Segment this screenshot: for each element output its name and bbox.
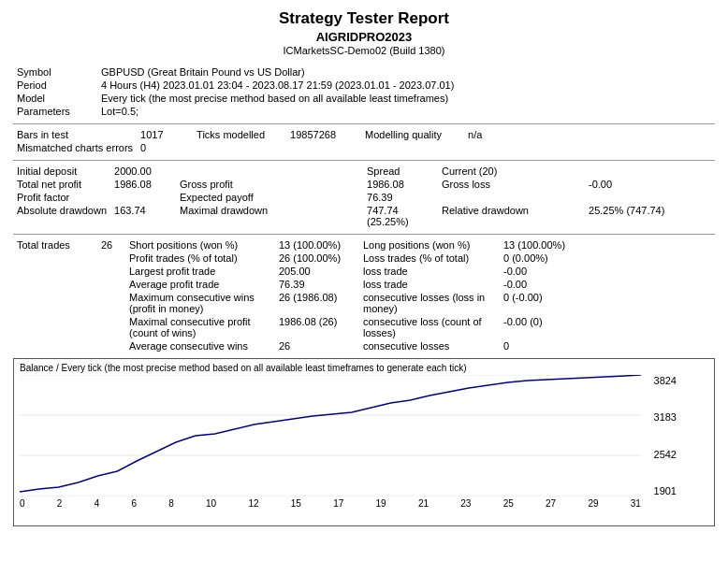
x-label-23: 23 [460,498,471,509]
rel-drawdown-label: Relative drawdown [438,204,585,228]
x-label-27: 27 [546,498,556,509]
chart-container: Balance / Every tick (the most precise m… [13,358,715,526]
x-axis: 0 2 4 6 8 10 12 15 17 19 21 23 25 27 29 … [20,496,641,509]
x-label-15: 15 [291,498,301,509]
max-drawdown-label: Maximal drawdown [176,204,363,228]
x-label-2: 2 [57,498,63,509]
report-build: ICMarketsSC-Demo02 (Build 1380) [13,45,715,56]
report-subtitle: AIGRIDPRO2023 [13,30,715,44]
largest-loss-value: -0.00 [500,265,715,278]
expected-payoff-label: Expected payoff [176,191,363,204]
modelling-value: n/a [464,128,715,141]
modelling-label: Modelling quality [361,128,464,141]
spread-value: Current (20) [438,165,585,178]
total-trades-value: 26 [97,238,125,252]
chart-title: Balance / Every tick (the most precise m… [20,363,677,373]
gross-profit-value: 1986.08 [363,178,438,191]
largest-loss-label: loss trade [359,265,500,278]
y-label-3183: 3183 [654,411,677,423]
y-label-2542: 2542 [654,449,677,460]
average-loss-value: -0.00 [500,278,715,291]
profit-factor-label: Profit factor [13,191,110,204]
largest-profit-value: 205.00 [275,265,359,278]
report-title: Strategy Tester Report [13,9,715,28]
max-consec-wins-label: Maximum consecutive wins (profit in mone… [125,291,275,315]
maximal-consec-profit-label: Maximal consecutive profit (count of win… [125,315,275,339]
x-label-25: 25 [503,498,514,509]
y-label-1901: 1901 [654,485,677,496]
x-label-17: 17 [333,498,343,509]
maximal-consec-profit-value: 1986.08 (26) [275,315,359,339]
x-label-4: 4 [95,498,100,509]
spread-label: Spread [363,165,438,178]
x-label-19: 19 [376,498,386,509]
gross-loss-label: Gross loss [438,178,585,191]
average-consec-losses-value: 0 [500,339,715,352]
x-label-8: 8 [168,498,174,509]
symbol-value: GBPUSD (Great Britain Pound vs US Dollar… [97,65,715,79]
period-value: 4 Hours (H4) 2023.01.01 23:04 - 2023.08.… [97,79,715,92]
divider-2 [13,160,715,161]
expected-payoff-value: 76.39 [363,191,438,204]
total-net-profit-label: Total net profit [13,178,110,191]
profit-trades-value: 26 (100.00%) [275,252,359,265]
max-consec-losses-value: 0 (-0.00) [500,291,715,315]
y-label-3824: 3824 [654,375,677,386]
period-label: Period [13,79,97,92]
y-axis: 3824 3183 2542 1901 [641,375,677,496]
profit-trades-label: Profit trades (% of total) [125,252,275,265]
maximal-consec-loss-label: consecutive loss (count of losses) [359,315,500,339]
model-label: Model [13,92,97,105]
trade-stats-table: Total trades 26 Short positions (won %) … [13,238,715,352]
x-label-10: 10 [206,498,216,509]
mismatched-value: 0 [137,141,193,154]
x-label-0: 0 [20,498,25,509]
average-profit-label: Average profit trade [125,278,275,291]
average-consec-wins-value: 26 [275,339,359,352]
ticks-label: Ticks modelled [193,128,286,141]
max-consec-wins-value: 26 (1986.08) [275,291,359,315]
abs-drawdown-label: Absolute drawdown [13,204,110,228]
long-label: Long positions (won %) [359,238,500,252]
average-consec-losses-label: consecutive losses [359,339,500,352]
x-label-6: 6 [131,498,137,509]
ticks-value: 19857268 [286,128,361,141]
abs-drawdown-value: 163.74 [110,204,176,228]
test-stats-table: Bars in test 1017 Ticks modelled 1985726… [13,128,715,154]
divider-3 [13,234,715,235]
loss-trades-label: Loss trades (% of total) [359,252,500,265]
mismatched-label: Mismatched charts errors [13,141,137,154]
x-label-31: 31 [631,498,641,509]
total-net-profit-value: 1986.08 [110,178,176,191]
gross-profit-label: Gross profit [176,178,363,191]
largest-profit-label: Largest profit trade [125,265,275,278]
x-label-12: 12 [248,498,258,509]
bars-value: 1017 [137,128,193,141]
maximal-consec-loss-value: -0.00 (0) [500,315,715,339]
model-value: Every tick (the most precise method base… [97,92,715,105]
x-label-21: 21 [418,498,429,509]
long-value: 13 (100.00%) [500,238,715,252]
short-label: Short positions (won %) [125,238,275,252]
total-trades-label: Total trades [13,238,97,252]
average-consec-wins-label: Average consecutive wins [125,339,275,352]
chart-svg [20,375,641,496]
x-label-29: 29 [588,498,598,509]
average-profit-value: 76.39 [275,278,359,291]
initial-deposit-label: Initial deposit [13,165,110,178]
loss-trades-value: 0 (0.00%) [500,252,715,265]
divider-1 [13,123,715,124]
info-table: Symbol GBPUSD (Great Britain Pound vs US… [13,65,715,118]
short-value: 13 (100.00%) [275,238,359,252]
rel-drawdown-value: 25.25% (747.74) [585,204,715,228]
parameters-label: Parameters [13,105,97,118]
symbol-label: Symbol [13,65,97,79]
max-consec-losses-label: consecutive losses (loss in money) [359,291,500,315]
bars-label: Bars in test [13,128,137,141]
gross-loss-value: -0.00 [585,178,715,191]
initial-deposit-value: 2000.00 [110,165,176,178]
financial-table: Initial deposit 2000.00 Spread Current (… [13,165,715,228]
parameters-value: Lot=0.5; [97,105,715,118]
average-loss-label: loss trade [359,278,500,291]
max-drawdown-value: 747.74 (25.25%) [363,204,438,228]
